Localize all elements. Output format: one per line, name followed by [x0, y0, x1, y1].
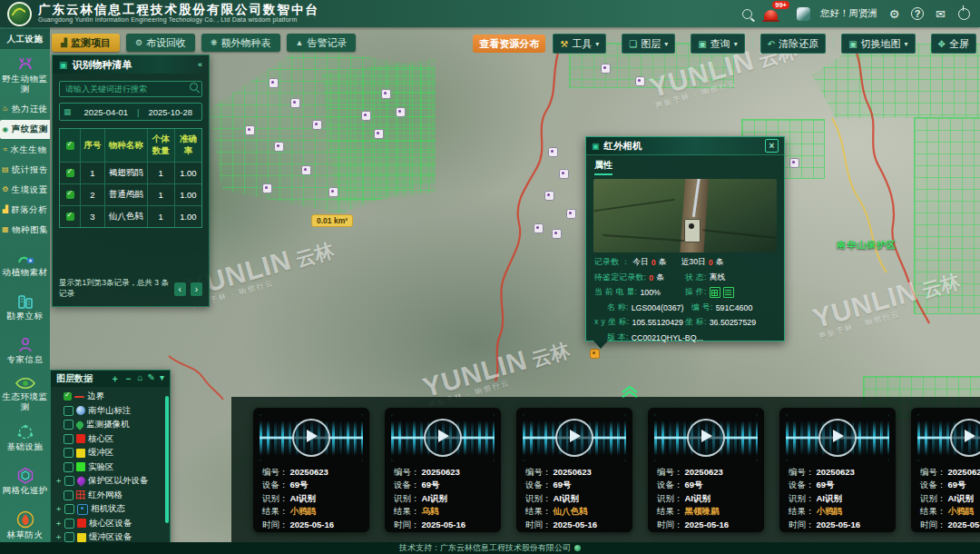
- date-end-field[interactable]: 2025-10-28: [140, 107, 202, 117]
- layer-item-infrared-grid[interactable]: 红外网格: [54, 489, 170, 503]
- operation-grid-icon[interactable]: [710, 287, 720, 298]
- search-icon[interactable]: [740, 7, 754, 21]
- sidebar-item-grid-patrol[interactable]: 网格化巡护: [0, 461, 50, 501]
- edit-icon[interactable]: ✎: [148, 372, 155, 385]
- expand-icon[interactable]: ＋: [54, 503, 62, 515]
- expand-icon[interactable]: ＋: [54, 475, 62, 487]
- camera-photo[interactable]: [593, 179, 777, 252]
- power-icon[interactable]: [957, 7, 971, 21]
- camera-marker[interactable]: [559, 169, 569, 179]
- sidebar-item-boundary-survey[interactable]: 勘界立标: [0, 287, 50, 327]
- sidebar-item-wildlife-monitoring[interactable]: 野生动物监测: [0, 53, 50, 96]
- alarm-icon[interactable]: 99+: [764, 7, 778, 21]
- layer-checkbox[interactable]: [64, 519, 74, 529]
- expand-icon[interactable]: ＋: [54, 518, 62, 529]
- help-icon[interactable]: ?: [911, 7, 924, 20]
- zoom-out-icon[interactable]: －: [124, 372, 133, 385]
- species-table-row[interactable]: 2 普通鸬鹚 1 1.00: [60, 184, 201, 206]
- zoom-in-icon[interactable]: ＋: [111, 372, 120, 385]
- camera-marker[interactable]: [552, 229, 562, 239]
- camera-marker[interactable]: [262, 183, 272, 193]
- row-checkbox[interactable]: [66, 191, 74, 199]
- tools-dropdown[interactable]: ⚒ 工具▾: [553, 34, 606, 54]
- layer-item-camera-status[interactable]: ＋ 相机状态: [54, 502, 170, 517]
- switch-basemap-dropdown[interactable]: ▣ 切换地图▾: [841, 34, 915, 54]
- fullscreen-button[interactable]: ✥ 全屏: [931, 34, 976, 54]
- search-icon[interactable]: [190, 83, 198, 91]
- layer-checkbox[interactable]: [64, 476, 74, 486]
- play-button[interactable]: [424, 419, 462, 457]
- tab-attributes[interactable]: 属性: [594, 159, 612, 175]
- camera-marker[interactable]: [566, 209, 576, 219]
- sidebar-item-heat-migration[interactable]: ♨热力迁徙: [0, 100, 50, 118]
- operation-doc-icon[interactable]: [723, 287, 734, 298]
- tab-extra-species-table[interactable]: ❋ 额外物种表: [201, 34, 280, 52]
- layer-item-outside-devices[interactable]: ＋ 保护区以外设备: [54, 474, 170, 489]
- layer-checkbox[interactable]: [64, 420, 74, 430]
- scrollbar-thumb[interactable]: [165, 396, 169, 523]
- panel-collapse-icon[interactable]: «: [198, 60, 202, 69]
- play-button[interactable]: [818, 419, 857, 457]
- layer-item-core-zone[interactable]: 核心区: [54, 432, 170, 447]
- sidebar-item-flora-fauna-materials[interactable]: 动植物素材: [0, 243, 50, 283]
- camera-marker[interactable]: [635, 76, 645, 86]
- layer-checkbox[interactable]: [64, 490, 74, 500]
- play-button[interactable]: [687, 419, 725, 457]
- tab-monitoring-project[interactable]: ▟ 监测项目: [52, 34, 120, 52]
- selected-camera-marker[interactable]: [590, 349, 600, 359]
- play-button[interactable]: [292, 419, 330, 457]
- camera-marker[interactable]: [396, 107, 406, 117]
- camera-marker[interactable]: [269, 78, 279, 88]
- sidebar-item-eco-environment-monitoring[interactable]: 生态环境监测: [0, 374, 50, 414]
- play-button[interactable]: [555, 419, 593, 457]
- view-resource-distribution-button[interactable]: 查看资源分布: [473, 35, 545, 53]
- popup-title-bar[interactable]: ▣ 红外相机 ×: [586, 137, 784, 155]
- camera-marker[interactable]: [548, 147, 558, 157]
- sidebar-item-infrastructure[interactable]: 基础设施: [0, 418, 50, 458]
- camera-marker[interactable]: [290, 98, 300, 108]
- mail-icon[interactable]: ✉: [934, 7, 947, 21]
- sidebar-item-expert-info[interactable]: 专家信息: [0, 331, 50, 371]
- chevron-down-icon[interactable]: ▾: [160, 372, 164, 385]
- species-search-input[interactable]: [59, 81, 202, 97]
- settings-gear-icon[interactable]: ⚙: [887, 7, 901, 21]
- clear-restore-button[interactable]: ↶ 清除还原: [760, 34, 826, 54]
- camera-marker[interactable]: [301, 165, 311, 175]
- query-dropdown[interactable]: ▣ 查询▾: [691, 34, 744, 54]
- tab-deployment-recovery[interactable]: ⚙ 布设回收: [126, 34, 195, 52]
- camera-marker[interactable]: [544, 191, 554, 201]
- camera-marker[interactable]: [381, 89, 391, 99]
- camera-marker[interactable]: [789, 158, 799, 168]
- layer-item-core-zone-devices[interactable]: ＋ 核心区设备: [54, 517, 170, 531]
- species-table-row[interactable]: 3 仙八色鸫 1 1.00: [60, 206, 201, 227]
- layer-checkbox[interactable]: [64, 448, 74, 458]
- layer-item-boundary[interactable]: 边界: [54, 390, 170, 404]
- camera-marker[interactable]: [312, 120, 322, 130]
- layer-checkbox[interactable]: [64, 392, 72, 401]
- user-avatar[interactable]: [797, 7, 810, 21]
- sidebar-item-statistics-report[interactable]: ▤统计报告: [0, 161, 50, 179]
- home-icon[interactable]: ⌂: [138, 372, 143, 385]
- row-checkbox[interactable]: [66, 213, 74, 221]
- camera-marker[interactable]: [274, 142, 284, 152]
- sidebar-item-species-atlas[interactable]: ▦物种图集: [0, 221, 50, 239]
- camera-marker[interactable]: [534, 223, 544, 233]
- layer-item-monitoring-cameras[interactable]: 监测摄像机: [54, 418, 170, 432]
- layer-checkbox[interactable]: [64, 504, 74, 514]
- sidebar-item-aquatic-life[interactable]: ≈水生生物: [0, 141, 50, 159]
- species-table-row[interactable]: 1 褐翅鸦鹃 1 1.00: [60, 163, 201, 184]
- layer-item-experiment-zone[interactable]: 实验区: [54, 460, 170, 475]
- sidebar-item-voiceprint-monitoring[interactable]: ◉声纹监测: [0, 120, 50, 139]
- collapse-strip-icon[interactable]: [620, 384, 640, 399]
- sidebar-item-community-analysis[interactable]: ▟群落分析: [0, 201, 50, 219]
- camera-marker[interactable]: [361, 111, 371, 121]
- layer-checkbox[interactable]: [64, 532, 74, 542]
- tab-alert-records[interactable]: ▲ 告警记录: [287, 34, 357, 52]
- sidebar-item-manual-facilities[interactable]: 人工设施: [0, 29, 50, 49]
- layer-checkbox[interactable]: [64, 406, 74, 416]
- select-all-checkbox[interactable]: [66, 142, 74, 150]
- row-checkbox[interactable]: [66, 169, 74, 177]
- layer-checkbox[interactable]: [64, 434, 74, 444]
- close-icon[interactable]: ×: [765, 139, 779, 153]
- layer-checkbox[interactable]: [64, 462, 74, 472]
